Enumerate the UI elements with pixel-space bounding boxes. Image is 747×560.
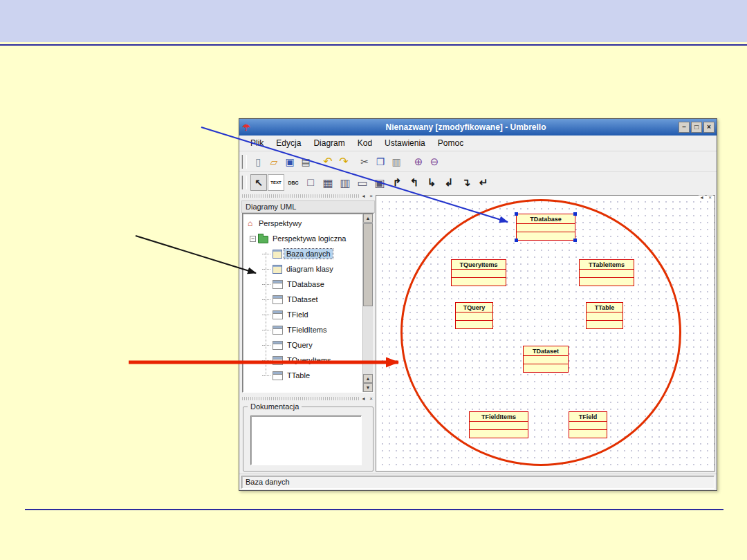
tree-dock: ◂ × Diagramy UML Perspektywy Perspektywa… <box>241 193 375 472</box>
tree-item[interactable]: Perspektywa logiczna <box>243 231 363 246</box>
window-title: Nienazwany [zmodyfikowane] - Umbrello <box>253 122 679 132</box>
class-icon <box>273 280 283 289</box>
tree-scrollbar[interactable]: ▲ ▲ ▼ <box>362 214 374 392</box>
home-icon <box>246 219 255 227</box>
uml-class-tdataset[interactable]: TDataset <box>523 346 569 373</box>
uml-class-operations <box>580 278 634 286</box>
tools-toolbar: ↖TEXTDBC□▦▥▭▣↱↰↳↲↴↵ <box>239 172 717 194</box>
dock-close-icon[interactable]: × <box>368 396 374 402</box>
tool2-assoc-6[interactable]: ↵ <box>475 174 492 191</box>
dock-drag-handle[interactable] <box>242 194 359 198</box>
tool-open[interactable]: ▱ <box>266 154 282 169</box>
menu[interactable]: Diagram <box>308 137 350 149</box>
tool2-text[interactable]: TEXT <box>268 174 284 191</box>
tree-item[interactable]: TDataset <box>243 292 363 307</box>
tree-item[interactable]: diagram klasy <box>243 261 363 277</box>
tool-new[interactable]: ▯ <box>250 154 266 169</box>
class-icon <box>273 295 283 304</box>
uml-class-name: TQuery <box>456 303 492 312</box>
titlebar[interactable]: ☂ Nienazwany [zmodyfikowane] - Umbrello … <box>239 119 717 136</box>
selection-handle[interactable] <box>515 239 518 242</box>
titlebar-buttons: –□× <box>679 122 717 133</box>
class-icon <box>273 310 283 319</box>
tool-zoom-out[interactable]: ⊖ <box>427 154 442 169</box>
uml-class-attributes <box>587 312 622 321</box>
tool-zoom-in[interactable]: ⊕ <box>411 154 426 169</box>
tool2-assoc-5[interactable]: ↴ <box>458 174 474 191</box>
tool-undo[interactable]: ↶ <box>320 154 335 169</box>
tool-redo[interactable]: ↷ <box>336 154 351 169</box>
scroll-up-icon[interactable]: ▲ <box>363 374 373 383</box>
uml-class-name: TDataset <box>524 346 568 356</box>
tree-item[interactable]: TQueryItems <box>243 353 363 368</box>
selection-handle[interactable] <box>573 239 577 242</box>
tool2-select[interactable]: ↖ <box>250 174 267 191</box>
dock-header: ◂ × <box>241 193 375 199</box>
tool2-assoc-3[interactable]: ↳ <box>423 174 440 191</box>
selection-handle[interactable] <box>573 212 577 216</box>
tool2-dbc[interactable]: DBC <box>285 174 302 191</box>
uml-class-ttableitems[interactable]: TTableItems <box>579 259 634 286</box>
tool2-box[interactable]: □ <box>302 174 319 191</box>
tool2-datatype[interactable]: ▭ <box>354 174 371 191</box>
uml-class-tfielditems[interactable]: TFieldItems <box>469 411 528 438</box>
menu[interactable]: Ustawienia <box>379 137 431 149</box>
scroll-down-icon[interactable]: ▼ <box>363 383 373 392</box>
folder-icon <box>258 236 268 243</box>
menu[interactable]: Plik <box>245 137 269 149</box>
tool-cut[interactable]: ✂ <box>357 154 372 169</box>
uml-class-attributes <box>452 270 506 278</box>
uml-class-name: TQueryItems <box>452 260 506 270</box>
tree-item[interactable]: TField <box>243 307 363 322</box>
menu[interactable]: Pomoc <box>432 137 469 149</box>
tree-item[interactable]: TQuery <box>243 337 363 353</box>
titlebar-button-minimize[interactable]: – <box>679 122 690 133</box>
uml-class-name: TFieldItems <box>470 412 528 422</box>
menu[interactable]: Edycja <box>270 137 306 149</box>
uml-class-attributes <box>569 422 607 430</box>
menu[interactable]: Kod <box>352 137 378 149</box>
diagram-canvas[interactable]: ◂ × TDatabase TQueryItems <box>376 195 715 472</box>
uml-class-tdatabase[interactable]: TDatabase <box>516 214 575 241</box>
scroll-thumb[interactable] <box>363 223 373 306</box>
toolbar-grip[interactable] <box>241 155 247 169</box>
tool2-class[interactable]: ▦ <box>320 174 336 191</box>
tool-paste[interactable]: ▥ <box>389 154 404 169</box>
tool2-assoc-1[interactable]: ↱ <box>389 174 405 191</box>
uml-class-attributes <box>580 270 634 278</box>
dock-collapse-icon[interactable]: ◂ <box>360 396 367 402</box>
tree-item[interactable]: Perspektywy <box>243 216 363 231</box>
tree-item[interactable]: TFieldItems <box>243 322 363 337</box>
tool-print[interactable]: ▤ <box>298 154 313 169</box>
dock-collapse-icon[interactable]: ◂ <box>360 194 367 199</box>
dock-close-icon[interactable]: × <box>368 194 374 199</box>
uml-class-tfield[interactable]: TField <box>569 411 607 438</box>
titlebar-button-close[interactable]: × <box>703 122 714 133</box>
tool-save[interactable]: ▣ <box>282 154 297 169</box>
uml-class-name: TTableItems <box>580 260 634 270</box>
documentation-text[interactable] <box>250 416 362 465</box>
uml-class-tqueryitems[interactable]: TQueryItems <box>451 259 506 286</box>
tool2-assoc-2[interactable]: ↰ <box>406 174 423 191</box>
scroll-up-icon[interactable]: ▲ <box>363 214 373 223</box>
uml-class-ttable[interactable]: TTable <box>586 302 623 329</box>
tree-item[interactable]: Baza danych <box>243 246 363 261</box>
diagram-icon <box>273 250 282 259</box>
tool2-enum[interactable]: ▣ <box>371 174 388 191</box>
tree-item[interactable]: TDatabase <box>243 277 363 292</box>
uml-class-tquery[interactable]: TQuery <box>455 302 493 329</box>
titlebar-button-maximize[interactable]: □ <box>691 122 702 133</box>
tool2-assoc-4[interactable]: ↲ <box>441 174 457 191</box>
tool-copy[interactable]: ❐ <box>373 154 388 169</box>
tool2-interface[interactable]: ▥ <box>337 174 353 191</box>
toolbar-grip[interactable] <box>241 176 247 189</box>
dock-drag-handle[interactable] <box>242 397 359 400</box>
selection-handle[interactable] <box>515 212 518 216</box>
uml-class-attributes <box>524 356 568 364</box>
main-toolbar: ▯▱▣▤↶↷✂❐▥⊕⊖ <box>239 151 717 172</box>
uml-class-name: TField <box>569 412 607 422</box>
dock-close-icon[interactable]: × <box>707 195 713 200</box>
tree-item[interactable]: TTable <box>243 368 363 383</box>
dock-collapse-icon[interactable]: ◂ <box>699 195 705 200</box>
uml-class-operations <box>587 321 622 328</box>
